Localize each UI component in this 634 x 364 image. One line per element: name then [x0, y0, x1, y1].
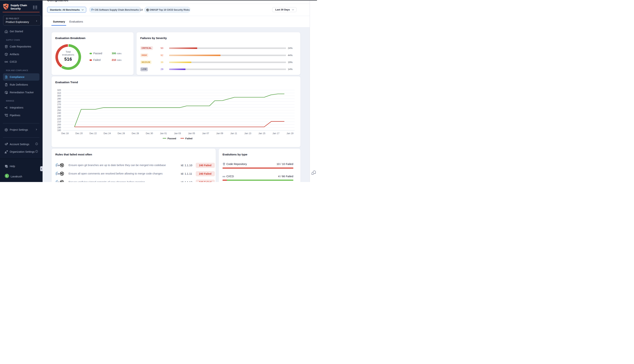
svg-text:Jan 13: Jan 13 — [244, 132, 251, 135]
svg-text:300: 300 — [57, 94, 61, 97]
svg-text:Jan 03: Jan 03 — [174, 132, 181, 135]
svg-text:Jan 19: Jan 19 — [286, 132, 293, 135]
svg-text:220: 220 — [57, 118, 61, 120]
svg-text:230: 230 — [57, 115, 61, 117]
svg-text:Jan 17: Jan 17 — [272, 132, 279, 135]
svg-text:280: 280 — [57, 100, 61, 103]
svg-text:Jan 09: Jan 09 — [216, 132, 223, 135]
svg-text:210: 210 — [57, 120, 61, 123]
svg-text:190: 190 — [57, 126, 61, 129]
svg-text:270: 270 — [57, 103, 61, 106]
svg-text:Jan 01: Jan 01 — [160, 132, 167, 135]
svg-text:320: 320 — [57, 89, 61, 92]
svg-text:250: 250 — [57, 109, 61, 112]
svg-text:Failed: Failed — [185, 137, 192, 140]
svg-text:260: 260 — [57, 106, 61, 109]
svg-text:Dec 22: Dec 22 — [89, 132, 97, 135]
svg-text:Jan 07: Jan 07 — [202, 132, 209, 135]
svg-text:Dec 24: Dec 24 — [104, 132, 111, 135]
svg-text:CIS: CIS — [57, 164, 60, 166]
svg-text:Dec 28: Dec 28 — [132, 132, 139, 135]
svg-text:240: 240 — [57, 112, 61, 114]
svg-text:Dec 18: Dec 18 — [61, 132, 69, 135]
svg-text:200: 200 — [57, 123, 61, 126]
svg-text:Passed: Passed — [167, 137, 176, 140]
svg-text:Jan 05: Jan 05 — [188, 132, 195, 135]
svg-text:Jan 15: Jan 15 — [258, 132, 265, 135]
svg-text:CIS: CIS — [57, 181, 60, 182]
svg-text:180: 180 — [57, 129, 61, 132]
svg-text:310: 310 — [57, 92, 61, 94]
svg-text:Dec 26: Dec 26 — [117, 132, 125, 135]
svg-text:?: ? — [6, 165, 7, 166]
svg-text:Dec 20: Dec 20 — [75, 132, 83, 135]
svg-text:CIS: CIS — [57, 173, 60, 175]
svg-text:CIS: CIS — [92, 9, 94, 11]
svg-text:Dec 30: Dec 30 — [146, 132, 153, 135]
svg-text:290: 290 — [57, 98, 61, 100]
svg-text:Jan 11: Jan 11 — [230, 132, 237, 135]
